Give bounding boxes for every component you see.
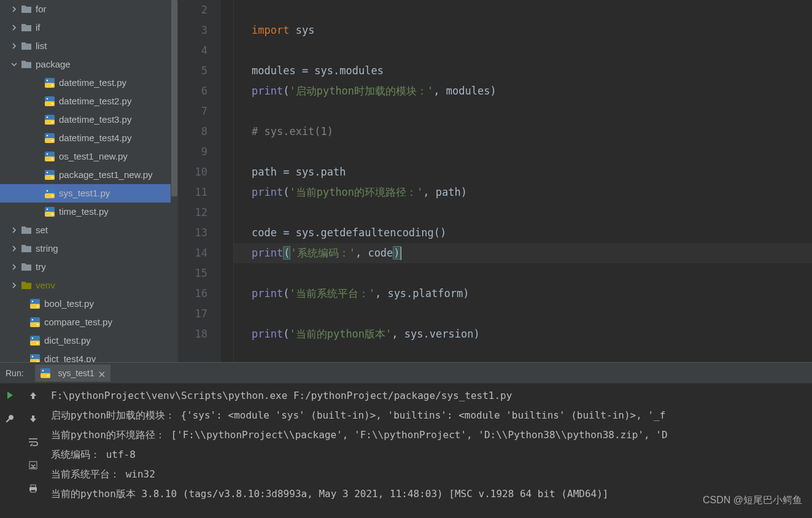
python-file-icon xyxy=(29,298,41,309)
chevron-down-icon[interactable] xyxy=(10,60,18,69)
chevron-right-icon[interactable] xyxy=(10,244,18,253)
tree-file[interactable]: datetime_test2.py xyxy=(0,92,178,110)
python-file-icon xyxy=(44,206,55,217)
run-tab[interactable]: sys_test1 xyxy=(35,365,110,382)
rerun-button[interactable] xyxy=(2,387,18,403)
tree-file[interactable]: datetime_test4.py xyxy=(0,129,178,147)
chevron-right-icon[interactable] xyxy=(10,42,18,50)
down-arrow-icon[interactable] xyxy=(25,411,41,427)
tree-item-label: package_test1_new.py xyxy=(59,166,153,184)
tree-folder[interactable]: list xyxy=(0,37,178,55)
wrench-icon[interactable] xyxy=(2,411,18,427)
line-number: 9 xyxy=(178,142,207,162)
svg-point-51 xyxy=(47,374,48,376)
line-number: 12 xyxy=(178,203,207,223)
line-number: 8 xyxy=(178,122,207,142)
svg-point-11 xyxy=(52,122,53,123)
tree-file[interactable]: dict_test4.py xyxy=(0,350,178,362)
svg-rect-29 xyxy=(45,212,55,217)
line-number: 13 xyxy=(178,223,207,243)
tree-item-label: if xyxy=(36,18,41,37)
code-line[interactable] xyxy=(233,0,812,20)
sidebar-scrollbar-thumb[interactable] xyxy=(171,0,177,196)
close-icon[interactable] xyxy=(98,369,106,377)
code-line[interactable] xyxy=(233,263,812,284)
line-number: 3 xyxy=(178,20,207,41)
code-line[interactable]: print('启动python时加载的模块：', modules) xyxy=(233,81,812,101)
python-file-icon xyxy=(44,114,55,125)
line-number: 18 xyxy=(178,324,207,344)
code-line[interactable]: import sys xyxy=(233,20,812,41)
tree-item-label: dict_test4.py xyxy=(44,350,96,362)
svg-point-7 xyxy=(52,103,53,104)
svg-rect-17 xyxy=(45,157,55,161)
up-arrow-icon[interactable] xyxy=(25,387,41,403)
run-tab-label: sys_test1 xyxy=(58,368,95,378)
tree-file[interactable]: bool_test.py xyxy=(0,295,178,313)
code-line[interactable]: modules = sys.modules xyxy=(233,61,812,81)
svg-rect-41 xyxy=(30,341,40,346)
tree-item-label: try xyxy=(36,258,46,276)
folder-icon xyxy=(21,243,32,254)
tree-file[interactable]: datetime_test3.py xyxy=(0,110,178,129)
tree-item-label: compare_test.py xyxy=(44,313,112,331)
chevron-right-icon[interactable] xyxy=(10,226,18,234)
tree-folder[interactable]: string xyxy=(0,239,178,258)
tree-folder[interactable]: try xyxy=(0,258,178,276)
tree-item-label: time_test.py xyxy=(59,203,109,221)
svg-point-2 xyxy=(47,80,48,81)
svg-point-30 xyxy=(47,209,48,210)
project-tree[interactable]: foriflistpackagedatetime_test.pydatetime… xyxy=(0,0,178,362)
scroll-to-end-icon[interactable] xyxy=(25,457,41,473)
svg-point-46 xyxy=(32,356,33,357)
svg-rect-13 xyxy=(45,138,55,143)
chevron-right-icon[interactable] xyxy=(10,5,18,14)
code-line[interactable]: print('当前的python版本', sys.version) xyxy=(233,324,812,344)
code-line[interactable]: code = sys.getdefaultencoding() xyxy=(233,223,812,243)
svg-point-23 xyxy=(52,177,53,178)
print-icon[interactable] xyxy=(25,481,41,497)
tree-file[interactable]: package_test1_new.py xyxy=(0,166,178,184)
python-file-icon xyxy=(44,96,55,107)
chevron-right-icon[interactable] xyxy=(10,23,18,32)
tree-file[interactable]: compare_test.py xyxy=(0,313,178,331)
tree-file[interactable]: os_test1_new.py xyxy=(0,147,178,166)
code-line[interactable]: print('系统编码：', code) xyxy=(233,243,812,263)
code-line[interactable]: # sys.exit(1) xyxy=(233,122,812,142)
svg-rect-53 xyxy=(31,485,36,487)
svg-rect-55 xyxy=(31,490,36,492)
tree-folder[interactable]: for xyxy=(0,0,178,18)
folder-icon xyxy=(21,261,32,273)
tree-folder[interactable]: package xyxy=(0,55,178,74)
code-line[interactable]: print('当前python的环境路径：', path) xyxy=(233,182,812,203)
run-console-output[interactable]: F:\pythonProject\venv\Scripts\python.exe… xyxy=(46,384,812,518)
python-file-icon xyxy=(29,335,41,346)
code-line[interactable] xyxy=(233,142,812,162)
code-line[interactable]: print('当前系统平台：', sys.platform) xyxy=(233,284,812,304)
code-editor[interactable]: 23456789101112131415161718 import sysmod… xyxy=(178,0,812,362)
tree-item-label: os_test1_new.py xyxy=(59,147,128,166)
svg-point-27 xyxy=(52,195,53,196)
chevron-right-icon[interactable] xyxy=(10,281,18,290)
tree-file[interactable]: datetime_test.py xyxy=(0,74,178,92)
tree-folder[interactable]: set xyxy=(0,221,178,239)
tree-file[interactable]: time_test.py xyxy=(0,203,178,221)
soft-wrap-icon[interactable] xyxy=(25,434,41,450)
code-line[interactable] xyxy=(233,101,812,122)
folder-icon xyxy=(21,41,32,52)
tree-folder[interactable]: venv xyxy=(0,276,178,295)
code-line[interactable] xyxy=(233,203,812,223)
code-line[interactable] xyxy=(233,304,812,324)
code-line[interactable] xyxy=(233,41,812,61)
line-number: 10 xyxy=(178,162,207,182)
svg-point-3 xyxy=(52,85,53,86)
editor-code-area[interactable]: import sysmodules = sys.modulesprint('启动… xyxy=(221,0,812,362)
chevron-right-icon[interactable] xyxy=(10,263,18,271)
run-panel-label: Run: xyxy=(4,368,24,378)
tree-file[interactable]: sys_test1.py xyxy=(0,184,178,203)
tree-file[interactable]: dict_test.py xyxy=(0,331,178,350)
python-file-icon xyxy=(40,368,51,379)
code-line[interactable]: path = sys.path xyxy=(233,162,812,182)
sidebar-scrollbar-track[interactable] xyxy=(171,0,178,279)
tree-folder[interactable]: if xyxy=(0,18,178,37)
